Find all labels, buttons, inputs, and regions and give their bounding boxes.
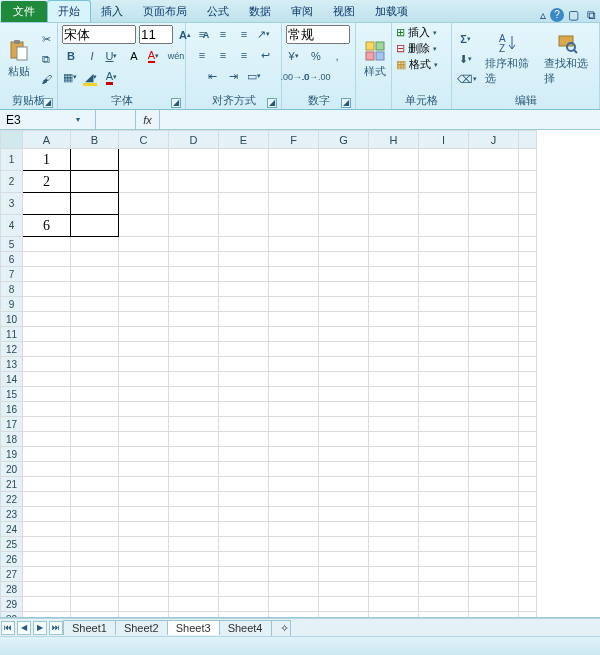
cell-H23[interactable]	[369, 507, 419, 522]
cell-E19[interactable]	[219, 447, 269, 462]
cell-A18[interactable]	[23, 432, 71, 447]
cell-D12[interactable]	[169, 342, 219, 357]
col-header-G[interactable]: G	[319, 131, 369, 149]
cell-A29[interactable]	[23, 597, 71, 612]
col-header-J[interactable]: J	[469, 131, 519, 149]
cell-D11[interactable]	[169, 327, 219, 342]
cell-J7[interactable]	[469, 267, 519, 282]
cell-D20[interactable]	[169, 462, 219, 477]
cell-I5[interactable]	[419, 237, 469, 252]
tab-insert[interactable]: 插入	[91, 1, 133, 22]
cell-D28[interactable]	[169, 582, 219, 597]
cell-J12[interactable]	[469, 342, 519, 357]
font-name-combo[interactable]	[62, 25, 136, 44]
font-color-a-button[interactable]: A	[125, 47, 143, 65]
row-header-23[interactable]: 23	[1, 507, 23, 522]
cell-D30[interactable]	[169, 612, 219, 619]
cell-F29[interactable]	[269, 597, 319, 612]
cell-D16[interactable]	[169, 402, 219, 417]
cell-G26[interactable]	[319, 552, 369, 567]
cell-I4[interactable]	[419, 215, 469, 237]
cell-B14[interactable]	[71, 372, 119, 387]
cell-H28[interactable]	[369, 582, 419, 597]
row-header-9[interactable]: 9	[1, 297, 23, 312]
cell-H21[interactable]	[369, 477, 419, 492]
col-header-E[interactable]: E	[219, 131, 269, 149]
tab-home[interactable]: 开始	[47, 0, 91, 22]
cell-A12[interactable]	[23, 342, 71, 357]
cell-C24[interactable]	[119, 522, 169, 537]
cell-G25[interactable]	[319, 537, 369, 552]
cell-H16[interactable]	[369, 402, 419, 417]
cell-F15[interactable]	[269, 387, 319, 402]
cell-J2[interactable]	[469, 171, 519, 193]
name-box-dropdown-icon[interactable]: ▾	[70, 115, 86, 124]
cell-I23[interactable]	[419, 507, 469, 522]
row-header-15[interactable]: 15	[1, 387, 23, 402]
worksheet-grid[interactable]: ABCDEFGHIJ112234656789101112131415161718…	[0, 130, 600, 618]
row-header-26[interactable]: 26	[1, 552, 23, 567]
col-header-F[interactable]: F	[269, 131, 319, 149]
cell-A3[interactable]	[23, 193, 71, 215]
row-header-13[interactable]: 13	[1, 357, 23, 372]
cell-I10[interactable]	[419, 312, 469, 327]
cell-B15[interactable]	[71, 387, 119, 402]
row-header-2[interactable]: 2	[1, 171, 23, 193]
cell-B25[interactable]	[71, 537, 119, 552]
cell-C4[interactable]	[119, 215, 169, 237]
merge-center-button[interactable]: ▭▾	[246, 67, 264, 85]
cells-delete-button[interactable]: ⊟删除▾	[396, 41, 440, 56]
italic-button[interactable]: I	[83, 47, 101, 65]
cell-D26[interactable]	[169, 552, 219, 567]
cell-A25[interactable]	[23, 537, 71, 552]
cell-D24[interactable]	[169, 522, 219, 537]
sheet-tab-sheet2[interactable]: Sheet2	[115, 620, 168, 635]
cell-I11[interactable]	[419, 327, 469, 342]
cell-F3[interactable]	[269, 193, 319, 215]
cell-G30[interactable]	[319, 612, 369, 619]
cell-E8[interactable]	[219, 282, 269, 297]
cell-H10[interactable]	[369, 312, 419, 327]
sheet-nav-next[interactable]: ▶	[33, 621, 47, 635]
row-header-30[interactable]: 30	[1, 612, 23, 619]
cell-D21[interactable]	[169, 477, 219, 492]
cell-J19[interactable]	[469, 447, 519, 462]
cell-F21[interactable]	[269, 477, 319, 492]
cell-G28[interactable]	[319, 582, 369, 597]
cell-J8[interactable]	[469, 282, 519, 297]
font-size-combo[interactable]	[139, 25, 173, 44]
cell-E27[interactable]	[219, 567, 269, 582]
cell-F14[interactable]	[269, 372, 319, 387]
row-header-5[interactable]: 5	[1, 237, 23, 252]
cell-G20[interactable]	[319, 462, 369, 477]
row-header-14[interactable]: 14	[1, 372, 23, 387]
select-all-corner[interactable]	[1, 131, 23, 149]
cell-G22[interactable]	[319, 492, 369, 507]
cell-C12[interactable]	[119, 342, 169, 357]
cell-E25[interactable]	[219, 537, 269, 552]
cell-A24[interactable]	[23, 522, 71, 537]
cell-C7[interactable]	[119, 267, 169, 282]
cell-G4[interactable]	[319, 215, 369, 237]
find-select-button[interactable]: 查找和选择	[540, 30, 596, 88]
cell-J18[interactable]	[469, 432, 519, 447]
row-header-7[interactable]: 7	[1, 267, 23, 282]
cell-A23[interactable]	[23, 507, 71, 522]
cell-A20[interactable]	[23, 462, 71, 477]
cell-E16[interactable]	[219, 402, 269, 417]
cell-H4[interactable]	[369, 215, 419, 237]
cell-I18[interactable]	[419, 432, 469, 447]
sheet-tab-sheet1[interactable]: Sheet1	[63, 620, 116, 635]
cell-I14[interactable]	[419, 372, 469, 387]
bold-button[interactable]: B	[62, 47, 80, 65]
cell-J1[interactable]	[469, 149, 519, 171]
cell-D3[interactable]	[169, 193, 219, 215]
name-box[interactable]: ▾	[0, 110, 96, 129]
cell-J16[interactable]	[469, 402, 519, 417]
cell-G13[interactable]	[319, 357, 369, 372]
row-header-21[interactable]: 21	[1, 477, 23, 492]
cell-G15[interactable]	[319, 387, 369, 402]
cell-F4[interactable]	[269, 215, 319, 237]
wrap-text-button[interactable]: ↩	[256, 46, 274, 64]
cell-G12[interactable]	[319, 342, 369, 357]
